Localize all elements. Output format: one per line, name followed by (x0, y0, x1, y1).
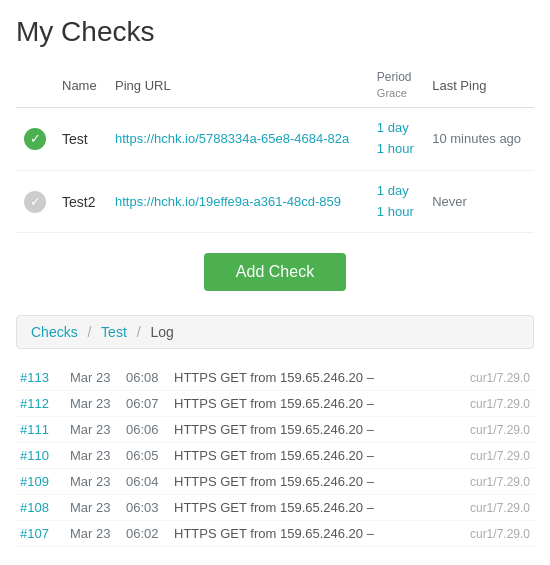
col-header-name: Name (54, 64, 107, 108)
breadcrumb-test[interactable]: Test (101, 324, 127, 340)
breadcrumb-log: Log (150, 324, 173, 340)
period-grace: 1 day1 hour (369, 108, 424, 171)
log-version: cur1/7.29.0 (470, 397, 530, 411)
log-row: #107 Mar 23 06:02 HTTPS GET from 159.65.… (16, 521, 534, 547)
log-time: 06:08 (126, 370, 164, 385)
check-name: Test2 (54, 170, 107, 233)
log-version: cur1/7.29.0 (470, 475, 530, 489)
log-number: #110 (20, 448, 60, 463)
log-row: #109 Mar 23 06:04 HTTPS GET from 159.65.… (16, 469, 534, 495)
log-row: #108 Mar 23 06:03 HTTPS GET from 159.65.… (16, 495, 534, 521)
log-desc: HTTPS GET from 159.65.246.20 – (174, 396, 460, 411)
log-row: #110 Mar 23 06:05 HTTPS GET from 159.65.… (16, 443, 534, 469)
table-row: ✓ Test https://hchk.io/5788334a-65e8-468… (16, 108, 534, 171)
log-desc: HTTPS GET from 159.65.246.20 – (174, 474, 460, 489)
check-name: Test (54, 108, 107, 171)
status-icon-green: ✓ (24, 128, 46, 150)
log-date: Mar 23 (70, 500, 116, 515)
log-date: Mar 23 (70, 370, 116, 385)
ping-url[interactable]: https://hchk.io/19effe9a-a361-48cd-859 (107, 170, 369, 233)
checks-table: Name Ping URL Period Grace Last Ping ✓ T… (16, 64, 534, 233)
log-time: 06:02 (126, 526, 164, 541)
breadcrumb: Checks / Test / Log (16, 315, 534, 349)
log-number: #108 (20, 500, 60, 515)
log-date: Mar 23 (70, 474, 116, 489)
log-desc: HTTPS GET from 159.65.246.20 – (174, 500, 460, 515)
log-version: cur1/7.29.0 (470, 371, 530, 385)
log-number: #107 (20, 526, 60, 541)
log-date: Mar 23 (70, 526, 116, 541)
table-row: ✓ Test2 https://hchk.io/19effe9a-a361-48… (16, 170, 534, 233)
log-date: Mar 23 (70, 396, 116, 411)
log-version: cur1/7.29.0 (470, 423, 530, 437)
status-icon-gray: ✓ (24, 191, 46, 213)
log-version: cur1/7.29.0 (470, 527, 530, 541)
log-desc: HTTPS GET from 159.65.246.20 – (174, 448, 460, 463)
log-number: #109 (20, 474, 60, 489)
log-table: #113 Mar 23 06:08 HTTPS GET from 159.65.… (16, 365, 534, 547)
period-grace: 1 day1 hour (369, 170, 424, 233)
log-time: 06:04 (126, 474, 164, 489)
log-number: #112 (20, 396, 60, 411)
col-header-ping-url: Ping URL (107, 64, 369, 108)
log-row: #113 Mar 23 06:08 HTTPS GET from 159.65.… (16, 365, 534, 391)
log-number: #111 (20, 422, 60, 437)
log-version: cur1/7.29.0 (470, 501, 530, 515)
log-time: 06:06 (126, 422, 164, 437)
log-date: Mar 23 (70, 448, 116, 463)
ping-url[interactable]: https://hchk.io/5788334a-65e8-4684-82a (107, 108, 369, 171)
col-header-period: Period Grace (369, 64, 424, 108)
log-number: #113 (20, 370, 60, 385)
last-ping: 10 minutes ago (424, 108, 534, 171)
log-version: cur1/7.29.0 (470, 449, 530, 463)
breadcrumb-checks[interactable]: Checks (31, 324, 78, 340)
log-time: 06:05 (126, 448, 164, 463)
last-ping: Never (424, 170, 534, 233)
add-check-button[interactable]: Add Check (204, 253, 346, 291)
log-time: 06:07 (126, 396, 164, 411)
log-desc: HTTPS GET from 159.65.246.20 – (174, 422, 460, 437)
log-row: #112 Mar 23 06:07 HTTPS GET from 159.65.… (16, 391, 534, 417)
log-row: #111 Mar 23 06:06 HTTPS GET from 159.65.… (16, 417, 534, 443)
log-desc: HTTPS GET from 159.65.246.20 – (174, 370, 460, 385)
log-time: 06:03 (126, 500, 164, 515)
col-header-last-ping: Last Ping (424, 64, 534, 108)
page-title: My Checks (16, 16, 534, 48)
log-date: Mar 23 (70, 422, 116, 437)
log-desc: HTTPS GET from 159.65.246.20 – (174, 526, 460, 541)
